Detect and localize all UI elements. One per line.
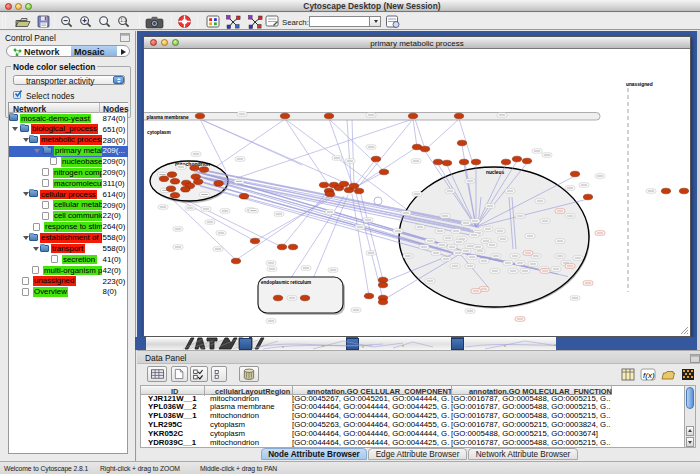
svg-text:endoplasmic reticulum: endoplasmic reticulum xyxy=(261,280,311,285)
svg-text:f(x): f(x) xyxy=(643,371,655,380)
svg-text:plasma membrane: plasma membrane xyxy=(147,115,189,120)
svg-text:1:1: 1:1 xyxy=(120,18,127,23)
svg-text:cytoplasm: cytoplasm xyxy=(147,130,171,135)
svg-text:unassigned: unassigned xyxy=(626,82,653,87)
